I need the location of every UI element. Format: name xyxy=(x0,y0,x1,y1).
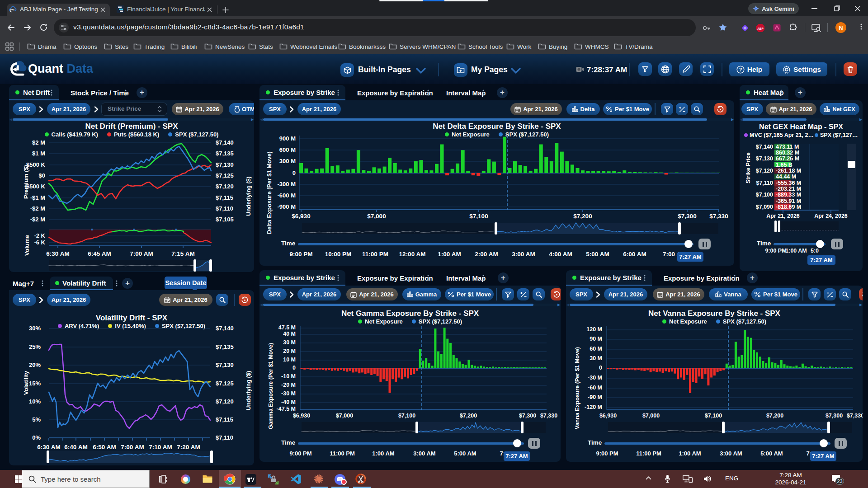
svg-text:ABP: ABP xyxy=(757,27,764,30)
svg-text:?: ? xyxy=(739,67,742,72)
